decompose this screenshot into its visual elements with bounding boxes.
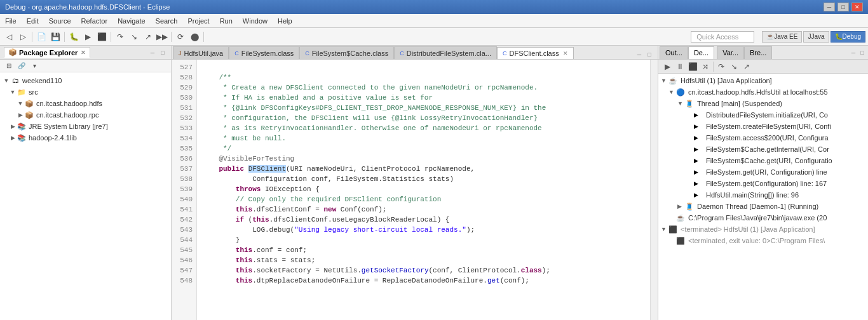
debug-tab-debug[interactable]: De... xyxy=(688,46,714,59)
debug-terminated-exit[interactable]: ⬛ <terminated, exit value: 0>C:\Program … xyxy=(660,235,867,246)
quick-access-input[interactable]: Quick Access xyxy=(691,31,754,43)
menu-window[interactable]: Window xyxy=(238,16,273,26)
debug-tree: ▼ ☕ HdfsUtil (1) [Java Application] ▼ 🔵 … xyxy=(658,74,868,320)
debug-thread-main[interactable]: ▼ 🧵 Thread [main] (Suspended) xyxy=(660,98,867,109)
perspective-debug[interactable]: 🐛 Debug xyxy=(831,31,865,43)
tree-src[interactable]: ▼ 📁 src xyxy=(1,86,170,98)
debug-cn-itcast[interactable]: ▼ 🔵 cn.itcast.hadoop.hdfs.HdfsUtil at lo… xyxy=(660,86,867,98)
debug-step-into-btn[interactable]: ↘ xyxy=(728,60,740,73)
frame-icon-1: ▶ xyxy=(694,110,704,120)
tree-pkg-hdfs[interactable]: ▼ 📦 cn.itcast.hadoop.hdfs xyxy=(1,98,170,109)
tab-filesystem-cache[interactable]: C FileSystem$Cache.class xyxy=(299,46,394,59)
tree-project[interactable]: ▼ 🗂 weekend110 xyxy=(1,75,170,86)
debug-frame-dfs-init[interactable]: ▶ DistributedFileSystem.initialize(URI, … xyxy=(660,109,867,121)
toggle-cn-itcast[interactable]: ▼ xyxy=(668,87,676,97)
debug-frame-cache-get[interactable]: ▶ FileSystem$Cache.get(URI, Configuratio xyxy=(660,155,867,166)
toggle-pkg-hdfs[interactable]: ▼ xyxy=(17,100,24,107)
close-button[interactable]: ✕ xyxy=(851,3,863,11)
code-content[interactable]: /** * Create a new DFSClient connected t… xyxy=(197,60,650,320)
debug-thread-daemon[interactable]: ▶ 🧵 Daemon Thread [Daemon-1] (Running) xyxy=(660,201,867,212)
tab-filesystem[interactable]: C FileSystem.class xyxy=(229,46,299,59)
toolbar-back[interactable]: ◁ xyxy=(3,30,15,43)
toggle-hadoop-lib[interactable]: ▶ xyxy=(9,134,17,142)
menu-source[interactable]: Source xyxy=(44,16,76,26)
debug-resume-btn[interactable]: ▶ xyxy=(661,60,674,73)
toggle-thread-daemon[interactable]: ▶ xyxy=(677,201,685,211)
link-editor-btn[interactable]: 🔗 xyxy=(15,60,28,72)
scrollbar[interactable] xyxy=(650,60,658,320)
toggle-src[interactable]: ▼ xyxy=(9,88,17,96)
debug-panel-min[interactable]: ─ xyxy=(849,48,858,57)
tree-jre[interactable]: ▶ 📚 JRE System Library [jre7] xyxy=(1,121,170,132)
editor-min[interactable]: ─ xyxy=(635,50,644,59)
menu-refactor[interactable]: Refactor xyxy=(76,16,113,26)
frame-icon-5: ▶ xyxy=(694,156,704,166)
debug-tab-bre[interactable]: Bre... xyxy=(744,46,772,59)
debug-suspend-btn[interactable]: ⏸ xyxy=(674,60,686,73)
toolbar-step-over[interactable]: ↷ xyxy=(114,30,126,43)
menu-file[interactable]: File xyxy=(0,16,22,26)
tab-close-dfsclient[interactable]: ✕ xyxy=(563,50,568,57)
toolbar-forward[interactable]: ▷ xyxy=(17,30,29,43)
debug-step-return-btn[interactable]: ↗ xyxy=(740,60,753,73)
toggle-jre[interactable]: ▶ xyxy=(9,123,17,130)
tab-hdfsutil[interactable]: J HdfsUtil.java xyxy=(173,46,229,59)
tab-dfsclient[interactable]: C DFSClient.class ✕ xyxy=(497,47,574,60)
toggle-hdfsutil-app[interactable]: ▼ xyxy=(661,76,668,86)
perspective-java-ee[interactable]: ☕ Java EE xyxy=(762,31,802,43)
toolbar-stop[interactable]: ⬛ xyxy=(95,30,108,43)
tree-hadoop-lib[interactable]: ▶ 📚 hadoop-2.4.1lib xyxy=(1,132,170,143)
frame-icon-8: ▶ xyxy=(694,190,704,200)
debug-panel-tabs: Out... De... Var... Bre... ─ □ xyxy=(658,46,868,60)
toggle-project[interactable]: ▼ xyxy=(3,77,10,84)
menu-navigate[interactable]: Navigate xyxy=(112,16,150,26)
toggle-thread-main[interactable]: ▼ xyxy=(677,98,685,109)
menu-project[interactable]: Project xyxy=(182,16,214,26)
debug-frame-fs-access[interactable]: ▶ FileSystem.access$200(URI, Configura xyxy=(660,132,867,143)
toolbar-breakpoint[interactable]: ⬤ xyxy=(188,30,201,43)
toggle-terminated[interactable]: ▼ xyxy=(661,224,668,234)
debug-step-over-btn[interactable]: ↷ xyxy=(715,60,728,73)
toolbar-run[interactable]: ▶ xyxy=(81,30,94,43)
toggle-pkg-rpc[interactable]: ▶ xyxy=(17,111,24,119)
debug-panel-max[interactable]: □ xyxy=(858,48,867,57)
toolbar-new[interactable]: 📄 xyxy=(35,30,48,43)
debug-disconnect-btn[interactable]: ⤭ xyxy=(699,60,712,73)
window-controls: ─ □ ✕ xyxy=(824,3,863,11)
toolbar-resume[interactable]: ▶▶ xyxy=(156,30,168,43)
toolbar-save[interactable]: 💾 xyxy=(49,30,62,43)
toolbar-step-into[interactable]: ↘ xyxy=(128,30,140,43)
debug-frame-cache-internal[interactable]: ▶ FileSystem$Cache.getInternal(URI, Cor xyxy=(660,143,867,155)
debug-javaw[interactable]: ☕ C:\Program Files\Java\jre7\bin\javaw.e… xyxy=(660,212,867,223)
debug-frame-fs-create[interactable]: ▶ FileSystem.createFileSystem(URI, Confi xyxy=(660,121,867,132)
perspective-java[interactable]: J Java xyxy=(803,31,829,43)
panel-min[interactable]: ─ xyxy=(148,48,157,57)
collapse-all-btn[interactable]: ⊟ xyxy=(3,60,15,72)
minimize-button[interactable]: ─ xyxy=(824,3,835,11)
toolbar-step-return[interactable]: ↗ xyxy=(142,30,154,43)
package-explorer-tab[interactable]: 📦 Package Explorer ✕ xyxy=(4,47,90,58)
debug-hdfsutil-app[interactable]: ▼ ☕ HdfsUtil (1) [Java Application] xyxy=(660,75,867,86)
debug-tab-var[interactable]: Var... xyxy=(717,46,744,59)
package-explorer-close[interactable]: ✕ xyxy=(81,50,86,56)
debug-frame-fs-get-conf[interactable]: ▶ FileSystem.get(Configuration) line: 16… xyxy=(660,178,867,189)
hdfsutil-app-label: HdfsUtil (1) [Java Application] xyxy=(681,76,772,86)
menu-help[interactable]: Help xyxy=(273,16,297,26)
tab-dfs[interactable]: C DistributedFileSystem.cla... xyxy=(394,46,497,59)
panel-max[interactable]: □ xyxy=(158,48,167,57)
debug-terminate-btn[interactable]: ⬛ xyxy=(686,60,699,73)
menu-edit[interactable]: Edit xyxy=(22,16,44,26)
menu-run[interactable]: Run xyxy=(215,16,238,26)
debug-frame-hdfsutil-main[interactable]: ▶ HdfsUtil.main(String[]) line: 96 xyxy=(660,189,867,201)
editor-max[interactable]: □ xyxy=(645,50,654,59)
maximize-button[interactable]: □ xyxy=(837,3,849,11)
toolbar-skip[interactable]: ⟳ xyxy=(174,30,187,43)
toolbar-debug[interactable]: 🐛 xyxy=(67,30,80,43)
debug-frame-fs-get-uri[interactable]: ▶ FileSystem.get(URI, Configuration) lin… xyxy=(660,166,867,178)
view-menu-btn[interactable]: ▾ xyxy=(28,60,41,72)
package-explorer-icon: 📦 xyxy=(8,48,17,57)
debug-terminated-app[interactable]: ▼ ⬛ <terminated> HdfsUtil (1) [Java Appl… xyxy=(660,223,867,235)
tree-pkg-rpc[interactable]: ▶ 📦 cn.itcast.hadoop.rpc xyxy=(1,109,170,121)
menu-search[interactable]: Search xyxy=(151,16,183,26)
debug-tab-out[interactable]: Out... xyxy=(660,46,688,59)
